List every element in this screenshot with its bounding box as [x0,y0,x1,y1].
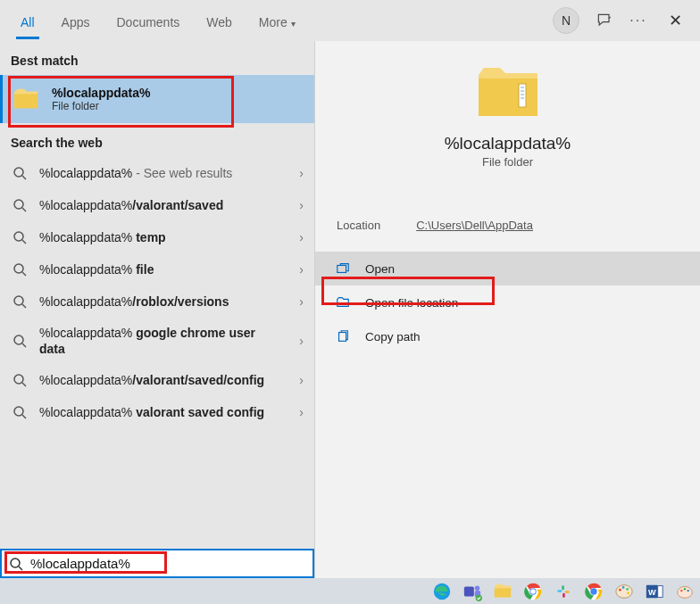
search-icon [12,373,27,387]
taskbar-paint-icon[interactable] [612,580,636,603]
web-result-item[interactable]: %localappdata%/valorant/saved/config › [0,364,314,396]
feedback-icon[interactable] [596,12,613,29]
web-result-text: %localappdata% temp [39,229,279,245]
chevron-right-icon: › [292,373,304,387]
search-input-value: %localappdata% [30,556,130,571]
taskbar-teams-icon[interactable] [461,580,484,603]
chevron-right-icon: › [292,334,304,348]
best-match-title: %localappdata% [52,86,150,100]
svg-line-11 [22,343,26,347]
svg-point-38 [590,588,596,594]
svg-point-50 [687,589,688,591]
svg-point-29 [476,594,482,600]
search-icon [12,230,27,244]
web-result-item[interactable]: %localappdata%/roblox/versions › [0,285,314,318]
folder-icon [476,64,540,120]
taskbar-slack-icon[interactable] [552,580,575,603]
web-result-text: %localappdata%/roblox/versions [39,294,279,310]
taskbar-word-icon[interactable]: W [643,580,666,603]
location-label: Location [337,219,380,232]
web-result-item[interactable]: %localappdata% valorant saved config › [0,396,314,428]
action-open-label: Open [365,262,395,276]
taskbar-palette-icon[interactable] [673,580,696,603]
web-result-text: %localappdata%/valorant/saved [39,197,279,213]
svg-point-42 [626,587,629,590]
best-match-label: Best match [0,41,314,75]
search-icon [12,166,27,180]
search-icon [12,198,27,212]
svg-point-6 [14,264,23,273]
location-path-link[interactable]: C:\Users\Dell\AppData [416,219,533,232]
open-icon [335,261,351,277]
tab-more[interactable]: More▾ [246,4,309,38]
best-match-subtitle: File folder [52,100,150,112]
web-result-item[interactable]: %localappdata% - See web results › [0,157,314,189]
action-open[interactable]: Open [315,252,700,285]
svg-point-49 [684,588,686,590]
tab-all[interactable]: All [7,4,48,38]
preview-title: %localappdata% [445,134,571,153]
svg-line-15 [22,415,26,418]
folder-open-icon [335,294,351,310]
svg-point-40 [619,588,621,591]
svg-rect-35 [565,591,570,593]
preview-pane: %localappdata% File folder Location C:\U… [314,41,700,578]
svg-point-12 [14,375,23,384]
top-bar: All Apps Documents Web More▾ N ··· ✕ [0,0,700,41]
chevron-right-icon: › [292,166,304,180]
tab-apps[interactable]: Apps [48,4,104,38]
web-result-text: %localappdata% google chrome user data [39,325,279,357]
svg-point-8 [14,296,23,305]
chevron-right-icon: › [292,230,304,244]
taskbar: W [0,578,700,604]
web-result-text: %localappdata% - See web results [39,165,279,181]
svg-rect-46 [658,585,663,597]
web-result-item[interactable]: %localappdata% temp › [0,221,314,253]
svg-point-32 [530,589,536,594]
svg-point-14 [14,407,23,416]
chevron-down-icon: ▾ [291,19,296,29]
search-icon [12,334,27,348]
search-icon [12,294,27,309]
action-copy-path[interactable]: Copy path [315,319,700,353]
web-results-list: %localappdata% - See web results › %loca… [0,157,314,428]
taskbar-explorer-icon[interactable] [491,580,514,603]
web-result-text: %localappdata% valorant saved config [39,404,279,420]
web-result-text: %localappdata% file [39,261,279,277]
location-row: Location C:\Users\Dell\AppData [315,169,700,246]
search-icon [9,557,23,571]
preview-subtitle: File folder [482,155,533,169]
tab-web[interactable]: Web [193,4,246,38]
svg-line-1 [22,176,26,179]
svg-rect-36 [562,592,565,597]
chevron-right-icon: › [292,198,304,212]
svg-line-3 [22,208,26,211]
top-actions: N ··· ✕ [553,7,693,34]
svg-point-4 [14,232,23,241]
svg-point-23 [11,558,20,567]
web-result-text: %localappdata%/valorant/saved/config [39,372,279,388]
svg-rect-26 [464,586,474,596]
best-match-item[interactable]: %localappdata% File folder [0,75,314,123]
search-input-bar[interactable]: %localappdata% [0,549,314,578]
user-avatar[interactable]: N [553,7,579,34]
tab-documents[interactable]: Documents [103,4,193,38]
taskbar-chrome-canary-icon[interactable] [582,580,605,603]
web-result-item[interactable]: %localappdata% file › [0,253,314,285]
close-button[interactable]: ✕ [663,11,688,30]
action-open-location-label: Open file location [365,296,458,310]
search-icon [12,405,27,419]
svg-point-48 [680,589,682,591]
svg-point-2 [14,200,23,209]
svg-point-41 [622,586,625,589]
taskbar-edge-icon[interactable] [430,580,454,603]
more-options-icon[interactable]: ··· [629,12,647,29]
chevron-right-icon: › [292,262,304,277]
action-copy-path-label: Copy path [365,330,421,343]
web-result-item[interactable]: %localappdata% google chrome user data › [0,318,314,364]
taskbar-chrome-icon[interactable] [521,580,545,603]
svg-rect-34 [562,585,564,590]
folder-icon [12,86,39,112]
web-result-item[interactable]: %localappdata%/valorant/saved › [0,189,314,221]
action-open-location[interactable]: Open file location [315,285,700,319]
